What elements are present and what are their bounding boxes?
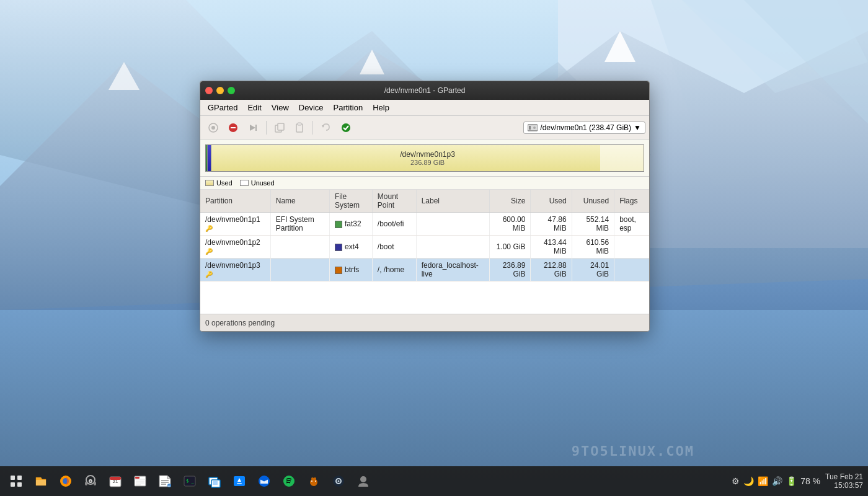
svg-point-25 [533,126,536,129]
col-header-mountpoint: Mount Point [372,190,416,213]
cell-size: 1.00 GiB [490,236,531,259]
legend-unused-box [240,180,249,186]
svg-point-22 [342,123,350,132]
taskbar: 21 ✏ [0,466,868,496]
maximize-button[interactable] [228,87,235,94]
cell-flags [614,259,649,281]
menu-bar: GParted Edit View Device Partition Help [200,100,649,116]
battery-icon: 🔋 [786,476,797,486]
legend-used-label: Used [216,179,232,187]
svg-point-12 [211,126,215,130]
disk-segment-p3[interactable]: /dev/nvme0n1p3 236.89 GiB [211,145,644,171]
taskbar-bug-tracker[interactable] [303,470,325,492]
taskbar-app-grid[interactable] [5,470,27,492]
cell-partition: /dev/nvme0n1p1 🔑 [200,213,270,236]
cell-partition: /dev/nvme0n1p2 🔑 [200,236,270,259]
cell-unused: 610.56 MiB [572,236,614,259]
taskbar-calendar[interactable]: 21 [104,470,126,492]
toolbar-separator-1 [266,121,267,135]
svg-point-71 [360,476,366,482]
cell-mountpoint: /, /home [372,259,416,281]
svg-rect-20 [298,123,301,125]
svg-rect-58 [237,483,242,484]
paste-partition-button[interactable] [290,119,309,136]
col-header-partition: Partition [200,190,270,213]
cell-name: EFI System Partition [270,213,329,236]
copy-partition-button[interactable] [270,119,289,136]
taskbar-right: ⚙ 🌙 📶 🔊 🔋 78 % Tue Feb 21 15:03:57 [732,472,863,490]
cell-name [270,259,329,281]
svg-rect-18 [278,123,284,130]
key-icon: 🔑 [205,271,213,278]
taskbar-file-manager[interactable] [129,470,151,492]
taskbar-files[interactable] [30,470,52,492]
taskbar-headphones[interactable] [79,470,102,492]
col-header-unused: Unused [572,190,614,213]
minimize-button[interactable] [216,87,224,94]
menu-partition[interactable]: Partition [329,102,368,113]
svg-rect-27 [17,476,22,480]
device-selector-label: /dev/nvme0n1 (238.47 GiB) [540,123,631,132]
new-partition-table-button[interactable] [204,119,223,136]
table-row[interactable]: /dev/nvme0n1p1 🔑 EFI System Partition fa… [200,213,649,236]
undo-button[interactable] [317,119,335,136]
network-icon[interactable]: 📶 [758,476,768,486]
close-button[interactable] [205,87,213,94]
toolbar-separator-2 [312,121,313,135]
device-selector[interactable]: /dev/nvme0n1 (238.47 GiB) ▼ [523,122,645,134]
cell-size: 600.00 MiB [490,213,531,236]
cell-unused: 24.01 GiB [572,259,614,281]
taskbar-spotify[interactable] [278,470,300,492]
col-header-label: Label [416,190,489,213]
apply-button[interactable] [337,119,355,136]
taskbar-firefox[interactable] [55,470,77,492]
svg-rect-43 [135,477,140,479]
cell-label: fedora_localhost-live [416,259,489,281]
taskbar-thunderbird[interactable] [253,470,275,492]
col-header-used: Used [531,190,572,213]
key-icon: 🔑 [205,248,213,255]
clock-time: 15:03:57 [825,481,863,490]
cell-partition: /dev/nvme0n1p3 🔑 [200,259,270,281]
menu-view[interactable]: View [267,102,294,113]
svg-point-60 [283,476,294,487]
key-icon: 🔑 [205,225,213,232]
table-row[interactable]: /dev/nvme0n1p2 🔑 ext4 /boot 1.00 GiB 413… [200,236,649,259]
cell-flags [614,236,649,259]
taskbar-app-store[interactable] [228,470,250,492]
taskbar-terminal[interactable]: $ _ [179,470,201,492]
legend-unused-label: Unused [251,179,275,187]
delete-partition-button[interactable] [224,119,242,136]
menu-edit[interactable]: Edit [242,102,266,113]
last-partition-button[interactable] [244,119,262,136]
table-row[interactable]: /dev/nvme0n1p3 🔑 btrfs /, /home fedora_l… [200,259,649,281]
menu-help[interactable]: Help [368,102,394,113]
gparted-window: /dev/nvme0n1 - GParted GParted Edit View… [200,81,650,332]
settings-icon[interactable]: ⚙ [732,476,740,486]
menu-device[interactable]: Device [294,102,329,113]
taskbar-virtualbox[interactable] [203,470,226,492]
col-header-flags: Flags [614,190,649,213]
taskbar-steam[interactable] [327,470,350,492]
taskbar-apps: 21 ✏ [5,470,732,492]
svg-rect-30 [36,480,46,485]
fs-color-box [335,267,342,274]
volume-icon[interactable]: 🔊 [772,476,782,486]
svg-rect-35 [94,482,96,485]
taskbar-text-editor[interactable]: ✏ [154,470,176,492]
night-mode-icon[interactable]: 🌙 [743,476,754,486]
fs-color-box [335,244,342,251]
cell-filesystem: fat32 [329,213,372,236]
disk-segment-p3-unused [600,145,644,171]
svg-rect-26 [11,476,15,480]
taskbar-user[interactable] [352,470,374,492]
menu-gparted[interactable]: GParted [203,102,242,113]
taskbar-clock: Tue Feb 21 15:03:57 [825,472,863,490]
cell-flags: boot, esp [614,213,649,236]
disk-bar: /dev/nvme0n1p3 236.89 GiB [205,144,644,172]
col-header-size: Size [490,190,531,213]
svg-marker-21 [322,125,324,128]
svg-rect-34 [85,482,87,485]
disk-visual: /dev/nvme0n1p3 236.89 GiB [200,140,649,177]
svg-point-70 [338,480,340,482]
